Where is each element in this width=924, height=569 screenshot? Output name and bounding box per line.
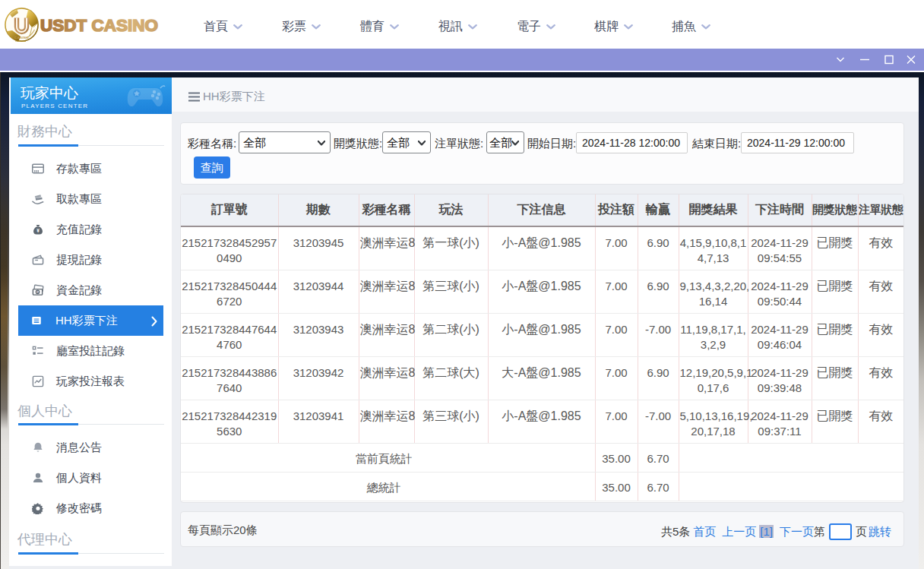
svg-text:CASINO: CASINO: [14, 36, 29, 40]
svg-text:USDT CASINO: USDT CASINO: [40, 16, 158, 35]
svg-text:¥: ¥: [36, 228, 40, 233]
svg-text:$: $: [36, 289, 39, 294]
